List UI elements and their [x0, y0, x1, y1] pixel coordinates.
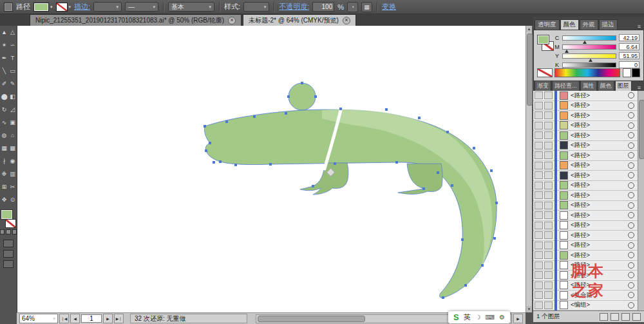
- sogou-logo-icon[interactable]: S: [453, 312, 459, 322]
- target-circle-icon[interactable]: [628, 152, 634, 158]
- stroke-width-dropdown[interactable]: ▾: [93, 2, 122, 12]
- layer-row[interactable]: <路径>: [533, 231, 638, 241]
- layer-row[interactable]: <路径>: [533, 181, 638, 191]
- visibility-toggle[interactable]: [535, 271, 543, 279]
- visibility-toggle[interactable]: [535, 162, 543, 169]
- eraser-tool[interactable]: ◧: [8, 90, 17, 103]
- panel-tab-b-3[interactable]: 属性: [580, 81, 597, 91]
- lock-toggle[interactable]: [544, 151, 553, 159]
- last-artboard-button[interactable]: ▶❘: [114, 314, 124, 323]
- lock-toggle[interactable]: [544, 222, 553, 229]
- layer-row[interactable]: <路径>: [533, 171, 638, 181]
- lock-toggle[interactable]: [544, 102, 553, 110]
- lock-toggle[interactable]: [544, 171, 553, 179]
- layer-row[interactable]: <路径>: [533, 211, 638, 221]
- column-graph-tool[interactable]: ▥: [8, 167, 17, 180]
- slider-thumb[interactable]: [589, 59, 592, 62]
- visibility-toggle[interactable]: [535, 291, 543, 299]
- target-circle-icon[interactable]: [628, 132, 634, 138]
- target-circle-icon[interactable]: [628, 282, 634, 289]
- panel-tab-4[interactable]: 描边: [599, 19, 618, 30]
- toolbox-icon[interactable]: ⚙: [499, 314, 505, 321]
- align-grid-icon[interactable]: ▦: [361, 2, 372, 12]
- scroll-up-icon[interactable]: ▲: [526, 26, 532, 32]
- visibility-toggle[interactable]: [535, 301, 543, 309]
- selection-tool[interactable]: ▲: [0, 26, 8, 39]
- lock-toggle[interactable]: [544, 182, 553, 189]
- lock-toggle[interactable]: [544, 242, 553, 249]
- stroke-indicator[interactable]: [5, 219, 16, 228]
- first-artboard-button[interactable]: ❘◀: [59, 314, 69, 323]
- perspective-grid-tool[interactable]: ⌂: [8, 129, 17, 142]
- none-button[interactable]: [12, 229, 17, 234]
- target-circle-icon[interactable]: [628, 222, 634, 229]
- layer-row[interactable]: <路径>: [533, 241, 638, 251]
- ime-language-toggle[interactable]: 英: [464, 312, 471, 322]
- symbol-sprayer-tool[interactable]: ❉: [0, 167, 8, 180]
- panel-tab-b-2[interactable]: 路径查...: [552, 81, 580, 91]
- document-tab-nipic[interactable]: Nipic_21255351_20190123170108321083.ai* …: [30, 14, 242, 26]
- layer-row[interactable]: <路径>: [533, 201, 638, 211]
- panel-tab-b-5[interactable]: 图层: [615, 81, 632, 91]
- visibility-toggle[interactable]: [535, 211, 543, 219]
- width-tool[interactable]: ∿: [0, 116, 8, 129]
- canvas[interactable]: [17, 26, 526, 312]
- new-layer-icon[interactable]: [621, 313, 630, 321]
- fill-proxy-swatch[interactable]: [537, 35, 549, 44]
- draw-normal-mode-button[interactable]: [3, 240, 14, 247]
- target-circle-icon[interactable]: [628, 162, 634, 169]
- target-circle-icon[interactable]: [628, 102, 634, 109]
- black-swatch[interactable]: [632, 68, 640, 77]
- layer-row[interactable]: <路径>: [533, 121, 638, 131]
- visibility-toggle[interactable]: [535, 242, 543, 249]
- lasso-tool[interactable]: ∽: [8, 39, 17, 52]
- crocodile-back-leg[interactable]: [398, 164, 442, 194]
- rectangle-tool[interactable]: ▭: [8, 64, 17, 77]
- panel-menu-icon[interactable]: ≡: [636, 23, 643, 30]
- lock-toggle[interactable]: [544, 131, 553, 139]
- stroke-panel-link[interactable]: 描边:: [74, 2, 90, 12]
- ime-toolbar[interactable]: S 英 ☽⌨⚙: [448, 311, 510, 323]
- lock-toggle[interactable]: [544, 231, 553, 239]
- fill-stroke-indicator[interactable]: [1, 210, 16, 228]
- slider-thumb[interactable]: [565, 50, 569, 53]
- layer-row[interactable]: <路径>: [533, 111, 638, 121]
- visibility-toggle[interactable]: [535, 111, 543, 119]
- document-tab-untitled[interactable]: 未标题-2* @ 64% (CMYK/预览) ×: [243, 14, 356, 26]
- visibility-toggle[interactable]: [535, 91, 543, 99]
- status-indicator[interactable]: 32 次还原: 无重做: [130, 314, 247, 323]
- blob-brush-tool[interactable]: ⬤: [0, 90, 8, 103]
- channel-slider-K[interactable]: [562, 62, 616, 68]
- target-circle-icon[interactable]: [628, 92, 634, 99]
- mesh-tool[interactable]: ▦: [0, 142, 8, 155]
- previous-artboard-button[interactable]: ◀: [70, 314, 80, 323]
- none-swatch[interactable]: [537, 68, 553, 77]
- panel-tab-2[interactable]: 颜色: [560, 19, 579, 30]
- delete-layer-icon[interactable]: [632, 313, 641, 321]
- artboard-number-input[interactable]: [81, 314, 102, 323]
- scroll-right-icon[interactable]: ▶: [513, 314, 523, 323]
- lock-toggle[interactable]: [544, 142, 553, 149]
- crocodile-head[interactable]: [289, 83, 316, 110]
- layer-row[interactable]: <路径>: [533, 131, 638, 141]
- make-mask-icon[interactable]: [600, 313, 608, 321]
- target-circle-icon[interactable]: [628, 232, 634, 238]
- line-segment-tool[interactable]: ╲: [0, 64, 8, 77]
- channel-value-M[interactable]: 6.64: [619, 43, 639, 50]
- moon-icon[interactable]: ☽: [475, 314, 481, 321]
- gradient-button[interactable]: [6, 229, 10, 234]
- brush-definition-dropdown[interactable]: 基本▾: [168, 2, 214, 12]
- panel-menu-icon[interactable]: ≡: [636, 84, 643, 91]
- vertical-scrollbar[interactable]: ▲ ▼: [526, 26, 532, 312]
- width-profile-dropdown[interactable]: —▾: [125, 2, 158, 12]
- visibility-toggle[interactable]: [535, 262, 543, 269]
- layer-row[interactable]: <编组>: [533, 301, 638, 311]
- target-circle-icon[interactable]: [628, 122, 634, 129]
- layer-row[interactable]: <路径>: [533, 191, 638, 201]
- lock-toggle[interactable]: [544, 262, 553, 269]
- channel-slider-Y[interactable]: [562, 53, 616, 59]
- type-tool[interactable]: T: [8, 52, 17, 64]
- close-icon[interactable]: ×: [228, 17, 236, 24]
- free-transform-tool[interactable]: ▣: [8, 116, 17, 129]
- scrollbar-thumb[interactable]: [527, 33, 533, 106]
